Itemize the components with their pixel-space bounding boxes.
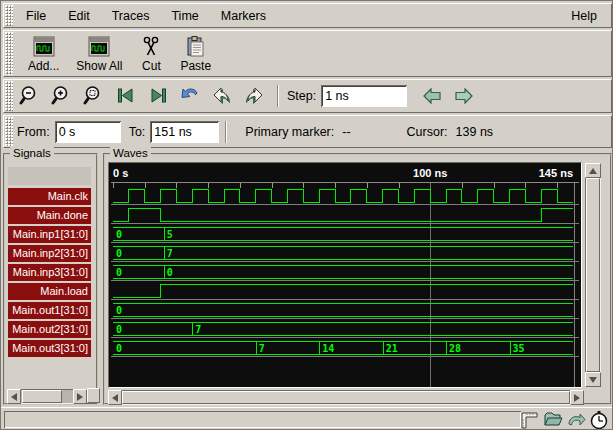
show-all-button[interactable]: Show All (71, 34, 127, 74)
signals-scroll-track[interactable] (21, 389, 73, 404)
cursor-label: Cursor: (407, 125, 448, 139)
svg-text:0: 0 (116, 305, 122, 316)
step-input[interactable] (321, 85, 407, 107)
signal-name-row[interactable]: Main.done (8, 207, 91, 224)
menu-file[interactable]: File (15, 5, 57, 27)
zoom-fit-icon (82, 84, 106, 108)
menu-markers[interactable]: Markers (210, 5, 277, 27)
svg-text:0: 0 (116, 343, 122, 354)
ruler-icon (520, 410, 540, 430)
cut-button[interactable]: Cut (134, 34, 168, 74)
to-input[interactable] (150, 121, 219, 143)
signals-scroll-right-button[interactable] (73, 389, 87, 404)
to-label: To: (129, 125, 146, 139)
goto-start-button[interactable] (111, 82, 141, 110)
signal-name-row[interactable]: Main.clk (8, 188, 91, 205)
signal-name-row[interactable]: Main.inp3[31:0] (8, 264, 91, 281)
status-bar (1, 407, 613, 430)
toolbar-grip[interactable] (5, 32, 13, 75)
svg-text:0 s: 0 s (113, 167, 128, 179)
scroll-left-arrow-icon (112, 394, 118, 402)
fetch-icon (178, 84, 202, 108)
menu-edit[interactable]: Edit (57, 5, 101, 27)
step-left-arrow-icon (420, 85, 444, 107)
waves-vscroll-thumb[interactable] (586, 178, 600, 372)
svg-text:0: 0 (116, 248, 122, 259)
svg-text:0: 0 (116, 324, 122, 335)
step-right-button[interactable] (449, 82, 479, 110)
shift-right-icon (242, 84, 266, 108)
signal-name-row[interactable]: Main.inp2[31:0] (8, 245, 91, 262)
signals-frame-label: Signals (10, 147, 54, 160)
waves-frame-label: Waves (110, 147, 151, 160)
svg-text:0: 0 (116, 267, 122, 278)
fetch-button[interactable] (175, 82, 205, 110)
open-file-button[interactable] (542, 409, 563, 430)
signals-scroll-left-button[interactable] (7, 389, 21, 404)
menu-bar: File Edit Traces Time Markers Help (3, 3, 612, 28)
rangebar-grip[interactable] (5, 117, 13, 146)
waveform-canvas[interactable]: 0 s100 ns145 ns0507000070714212835 (109, 163, 581, 387)
waves-vertical-scrollbar[interactable] (585, 163, 601, 387)
zoom-out-icon (18, 84, 42, 108)
add-waves-icon (32, 35, 56, 59)
folder-open-icon (543, 410, 563, 430)
zoombar-grip[interactable] (5, 81, 13, 111)
waves-hscroll-track[interactable] (122, 390, 570, 405)
menu-help[interactable]: Help (560, 5, 611, 27)
zoom-out-button[interactable] (15, 82, 45, 110)
cursor-value: 139 ns (456, 125, 494, 139)
range-bar: From: To: Primary marker: -- Cursor: 139… (3, 115, 612, 148)
svg-text:5: 5 (167, 229, 173, 240)
signals-scroll-thumb[interactable] (22, 390, 62, 403)
signal-name-row[interactable]: Main.out1[31:0] (8, 302, 91, 319)
cut-button-label: Cut (142, 59, 161, 73)
redo-button[interactable] (565, 409, 586, 430)
signal-name-row[interactable]: Main.inp1[31:0] (8, 226, 91, 243)
svg-text:7: 7 (195, 324, 201, 335)
clock-icon (589, 410, 609, 430)
waves-hscroll-thumb[interactable] (122, 391, 570, 404)
signal-name-row[interactable]: Main.out3[31:0] (8, 340, 91, 357)
shift-left-button[interactable] (207, 82, 237, 110)
waves-scroll-up-button[interactable] (585, 163, 601, 178)
goto-end-icon (146, 84, 170, 108)
signal-name-list: Main.clkMain.doneMain.inp1[31:0]Main.inp… (8, 188, 91, 360)
waves-scroll-left-button[interactable] (108, 390, 122, 405)
step-label: Step: (287, 89, 316, 103)
zoombar-separator (277, 85, 279, 107)
ruler-button[interactable] (519, 409, 540, 430)
from-input[interactable] (55, 121, 121, 143)
paste-button-label: Paste (180, 59, 211, 73)
signal-name-row[interactable]: Main.out2[31:0] (8, 321, 91, 338)
svg-text:28: 28 (449, 343, 461, 354)
primary-marker-label: Primary marker: (245, 125, 334, 139)
goto-end-button[interactable] (143, 82, 173, 110)
paste-button[interactable]: Paste (175, 34, 216, 74)
status-icons (519, 409, 609, 430)
waveform-plot-border: 0 s100 ns145 ns0507000070714212835 (108, 162, 582, 388)
add-button[interactable]: Add... (23, 34, 64, 74)
signal-name-row[interactable]: Main.load (8, 283, 91, 300)
scroll-right-arrow-icon (574, 394, 580, 402)
menubar-grip[interactable] (5, 5, 13, 26)
svg-text:100 ns: 100 ns (413, 167, 447, 179)
signals-horizontal-scrollbar[interactable] (7, 389, 87, 404)
step-left-button[interactable] (417, 82, 447, 110)
menu-time[interactable]: Time (160, 5, 209, 27)
waves-scroll-right-button[interactable] (570, 390, 584, 405)
waves-scroll-down-button[interactable] (585, 372, 601, 387)
show-all-button-label: Show All (76, 59, 122, 73)
shift-right-button[interactable] (239, 82, 269, 110)
menu-traces[interactable]: Traces (101, 5, 161, 27)
clock-button[interactable] (588, 409, 609, 430)
zoom-in-button[interactable] (47, 82, 77, 110)
zoom-toolbar: Step: (3, 79, 612, 113)
status-message-box (4, 411, 521, 428)
zoom-fit-button[interactable] (79, 82, 109, 110)
pane-resize-grip[interactable] (87, 388, 100, 403)
svg-text:0: 0 (167, 267, 173, 278)
waves-vscroll-track[interactable] (585, 178, 601, 372)
waves-horizontal-scrollbar[interactable] (108, 390, 584, 405)
gtkwave-window: File Edit Traces Time Markers Help Add..… (0, 0, 613, 430)
